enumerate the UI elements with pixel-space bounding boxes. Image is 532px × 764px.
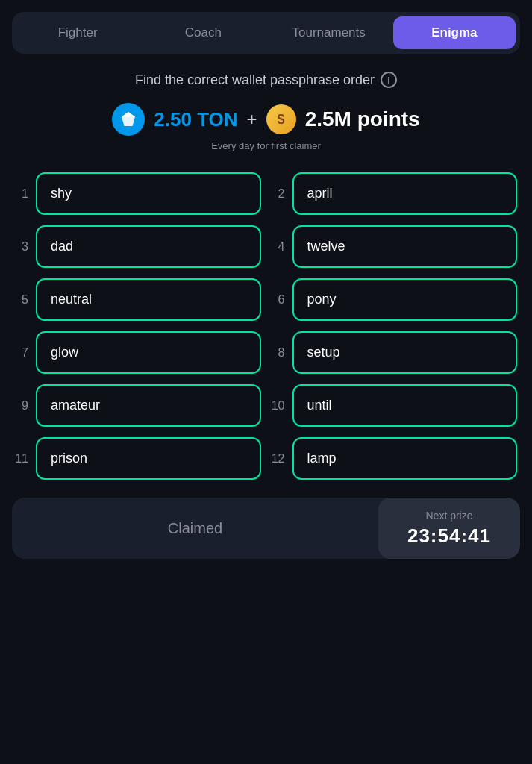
plus-sign: + [247,109,257,130]
word-box-4[interactable]: twelve [292,225,518,268]
word-number-9: 9 [15,399,28,413]
word-box-1[interactable]: shy [36,172,261,215]
bottom-bar: Claimed Next prize 23:54:41 [12,498,520,559]
tab-tournaments[interactable]: Tournaments [268,16,390,49]
next-prize-label: Next prize [425,510,472,522]
coin-icon: $ [266,104,296,134]
word-number-2: 2 [272,187,285,201]
page-title-row: Find the correct wallet passphrase order… [135,72,397,88]
word-number-4: 4 [272,240,285,254]
word-number-12: 12 [272,452,285,466]
word-number-7: 7 [15,346,28,360]
word-number-6: 6 [272,293,285,307]
tab-coach[interactable]: Coach [142,16,264,49]
word-box-2[interactable]: april [292,172,518,215]
word-item-7: 7glow [15,331,261,374]
word-box-7[interactable]: glow [36,331,261,374]
word-number-11: 11 [15,452,28,466]
word-item-2: 2april [272,172,518,215]
word-box-8[interactable]: setup [292,331,518,374]
next-prize-section: Next prize 23:54:41 [378,498,520,559]
word-item-9: 9amateur [15,384,261,427]
word-item-11: 11prison [15,437,261,480]
word-box-3[interactable]: dad [36,225,261,268]
info-icon[interactable]: i [381,72,397,88]
main-content: Find the correct wallet passphrase order… [12,72,520,559]
word-number-10: 10 [272,399,285,413]
word-item-1: 1shy [15,172,261,215]
claimed-label: Claimed [168,520,222,537]
claimed-section: Claimed [12,498,378,559]
word-item-8: 8setup [272,331,518,374]
word-number-5: 5 [15,293,28,307]
word-number-8: 8 [272,346,285,360]
word-box-11[interactable]: prison [36,437,261,480]
word-item-3: 3dad [15,225,261,268]
word-number-3: 3 [15,240,28,254]
ton-icon [112,103,145,136]
word-item-12: 12lamp [272,437,518,480]
word-item-6: 6pony [272,278,518,321]
word-box-12[interactable]: lamp [292,437,518,480]
word-number-1: 1 [15,187,28,201]
next-prize-timer: 23:54:41 [407,525,491,548]
tab-fighter[interactable]: Fighter [16,16,139,49]
tab-enigma[interactable]: Enigma [393,16,516,49]
word-item-10: 10until [272,384,518,427]
word-item-4: 4twelve [272,225,518,268]
prize-row: 2.50 TON + $ 2.5M points [112,103,419,136]
word-box-6[interactable]: pony [292,278,518,321]
ton-amount: 2.50 TON [154,108,237,131]
page-title: Find the correct wallet passphrase order [135,72,375,88]
words-grid: 1shy2april3dad4twelve5neutral6pony7glow8… [12,172,520,480]
word-box-10[interactable]: until [292,384,518,427]
word-box-9[interactable]: amateur [36,384,261,427]
tab-bar: Fighter Coach Tournaments Enigma [12,12,520,54]
points-amount: 2.5M points [305,107,420,131]
word-box-5[interactable]: neutral [36,278,261,321]
word-item-5: 5neutral [15,278,261,321]
prize-subtitle: Every day for first claimer [211,140,321,151]
